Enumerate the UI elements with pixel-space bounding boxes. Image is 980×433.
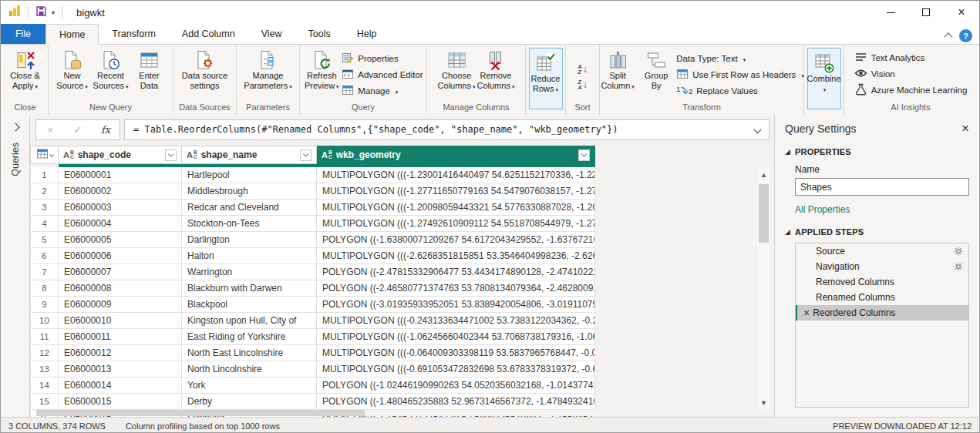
expand-formula-bar-icon[interactable] [754,126,762,133]
row-number[interactable]: 15 [30,394,59,410]
choose-columns-button[interactable]: ChooseColumns [438,47,476,92]
table-select-all-button[interactable] [30,146,59,164]
cell-shape-code[interactable]: E06000015 [59,394,182,410]
row-number[interactable]: 4 [30,216,59,232]
all-properties-link[interactable]: All Properties [795,204,969,215]
cell-wkb-geometry[interactable]: MULTIPOLYGON (((-1.20098059443321 54.577… [317,200,595,216]
applied-step-reordered-columns[interactable]: ×Reordered Columns [796,305,968,321]
sort-descending-button[interactable]: ZA↓ [578,79,587,90]
cell-wkb-geometry[interactable]: MULTIPOLYGON (((-0.243133634471002 53.73… [317,313,595,329]
row-number[interactable]: 8 [30,280,59,297]
cell-wkb-geometry[interactable]: POLYGON ((-1.63800071209267 54.617204342… [317,232,595,248]
close-window-button[interactable]: × [944,1,979,24]
refresh-preview-button[interactable]: RefreshPreview [303,47,340,92]
collapse-ribbon-icon[interactable] [944,32,952,41]
cell-shape-name[interactable]: Stockton-on-Tees [182,216,317,232]
cell-shape-code[interactable]: E06000013 [59,361,182,378]
cell-shape-name[interactable]: East Riding of Yorkshire [182,329,317,345]
applied-step-navigation[interactable]: Navigation [796,259,968,274]
cell-wkb-geometry[interactable]: POLYGON ((-3.01935933952051 53.838942005… [317,297,595,313]
cell-shape-name[interactable]: Kingston upon Hull, City of [182,313,317,329]
tab-view[interactable]: View [248,24,295,44]
row-number[interactable]: 5 [30,232,59,248]
horizontal-scrollbar[interactable] [36,410,751,416]
cell-shape-code[interactable]: E06000012 [59,345,182,361]
row-number[interactable]: 14 [30,378,59,394]
horizontal-scrollbar-thumb[interactable] [36,410,365,416]
azure-machine-learning-button[interactable]: Azure Machine Learning [854,82,968,97]
step-settings-gear-icon[interactable] [954,247,963,256]
text-analytics-button[interactable]: Text Analytics [854,50,968,65]
group-by-button[interactable]: GroupBy [638,47,675,90]
column-header-shape-name[interactable]: ABC shape_name [182,146,317,164]
cell-wkb-geometry[interactable]: MULTIPOLYGON (((-1.27492610909112 54.551… [317,216,595,232]
cancel-formula-icon[interactable]: × [36,124,64,136]
cell-shape-name[interactable]: Blackburn with Darwen [182,280,317,297]
row-number[interactable]: 6 [30,248,59,264]
collapse-section-icon[interactable] [785,149,790,155]
cell-shape-code[interactable]: E06000003 [59,200,182,216]
column-header-wkb-geometry[interactable]: ABC wkb_geometry [317,146,595,164]
advanced-editor-button[interactable]: Advanced Editor [342,67,423,82]
save-icon[interactable] [35,5,47,20]
cell-shape-name[interactable]: Hartlepool [182,167,317,183]
tab-home[interactable]: Home [45,24,99,45]
cell-shape-code[interactable]: E06000009 [59,297,182,313]
cell-shape-code[interactable]: E06000002 [59,183,182,200]
filter-dropdown-icon[interactable] [300,149,312,161]
tab-file[interactable]: File [1,24,45,44]
cell-shape-name[interactable]: Redcar and Cleveland [182,200,317,216]
vertical-scrollbar[interactable]: ▲ ▼ [757,167,770,411]
column-header-shape-code[interactable]: ABC shape_code [59,146,182,164]
close-pane-icon[interactable]: × [961,123,969,134]
scroll-down-icon[interactable]: ▼ [757,397,770,409]
vertical-scrollbar-thumb[interactable] [759,184,769,243]
cell-shape-code[interactable]: E06000005 [59,232,182,248]
queries-pane-label[interactable]: Queries [10,143,21,176]
replace-values-button[interactable]: 12 Replace Values [676,83,804,98]
use-first-row-as-headers-button[interactable]: Use First Row as Headers [676,67,804,82]
minimize-button[interactable] [873,1,908,24]
reduce-rows-button[interactable]: ReduceRows [529,48,563,109]
cell-wkb-geometry[interactable]: MULTIPOLYGON (((-1.27711650779163 54.547… [317,183,595,200]
cell-wkb-geometry[interactable]: MULTIPOLYGON (((-1.06245660402344 53.706… [317,329,595,345]
recent-sources-button[interactable]: RecentSources [93,47,130,92]
cell-shape-code[interactable]: E06000010 [59,313,182,329]
cell-shape-code[interactable]: E06000006 [59,248,182,264]
sort-ascending-button[interactable]: AZ↓ [578,64,587,75]
split-column-button[interactable]: SplitColumn [599,47,636,92]
cell-shape-code[interactable]: E06000014 [59,378,182,394]
row-number[interactable]: 9 [30,297,59,313]
close-and-apply-button[interactable]: Close &Apply [7,47,44,92]
cell-shape-name[interactable]: Halton [182,248,317,264]
filter-dropdown-icon[interactable] [165,149,177,161]
applied-step-renamed-columns[interactable]: Renamed Columns [796,290,968,305]
cell-wkb-geometry[interactable]: POLYGON ((-1.480465235883 52.96731465673… [317,394,595,410]
cell-wkb-geometry[interactable]: MULTIPOLYGON (((-2.6268351815851 53.3546… [317,248,595,264]
cell-shape-code[interactable]: E06000011 [59,329,182,345]
combine-button[interactable]: Combine [807,48,841,109]
help-icon[interactable]: ? [959,29,972,42]
cell-shape-code[interactable]: E06000007 [59,264,182,280]
properties-button[interactable]: Properties [342,51,423,65]
tab-help[interactable]: Help [344,24,390,44]
applied-step-source[interactable]: Source [796,243,968,259]
row-number[interactable]: 10 [30,313,59,329]
cell-wkb-geometry[interactable]: POLYGON ((-2.46580771374763 53.780813407… [317,280,595,297]
row-number[interactable]: 7 [30,264,59,280]
cell-shape-name[interactable]: Derby [182,394,317,410]
quick-access-dropdown-icon[interactable]: ▾ [52,9,55,16]
expand-queries-pane-icon[interactable] [11,123,19,131]
cell-wkb-geometry[interactable]: POLYGON ((-2.47815332906477 53.443417489… [317,264,595,280]
cell-shape-name[interactable]: Blackpool [182,297,317,313]
cell-shape-name[interactable]: Warrington [182,264,317,280]
manage-button[interactable]: Manage [342,83,423,98]
filter-dropdown-icon[interactable] [578,149,590,161]
row-number[interactable]: 1 [30,167,59,183]
cell-shape-name[interactable]: North East Lincolnshire [182,345,317,361]
remove-columns-button[interactable]: RemoveColumns [477,47,515,92]
maximize-button[interactable] [908,1,944,24]
cell-shape-name[interactable]: North Lincolnshire [182,361,317,378]
step-settings-gear-icon[interactable] [954,262,963,271]
cell-wkb-geometry[interactable]: MULTIPOLYGON (((-1.23001416440497 54.625… [317,167,595,183]
